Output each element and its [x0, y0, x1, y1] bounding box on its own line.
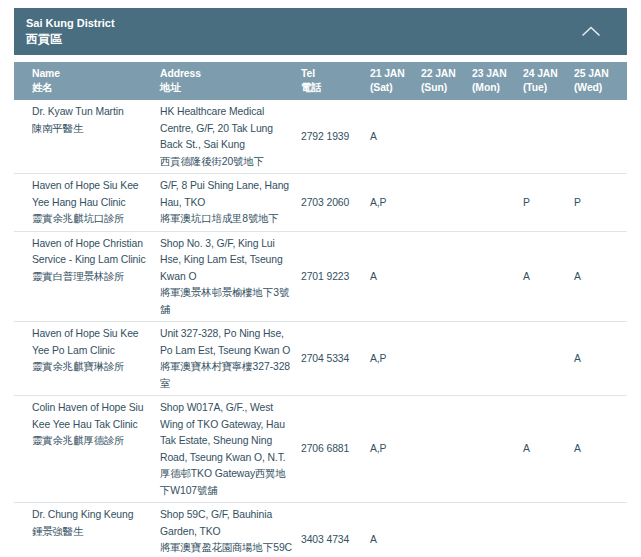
- cell-availability-22jan: [421, 503, 472, 557]
- day-date: 24 JAN: [523, 67, 570, 81]
- column-header-name-zh: 姓名: [32, 81, 156, 95]
- clinic-address-en: HK Healthcare Medical Centre, G/F, 20 Ta…: [160, 104, 293, 154]
- cell-availability-25jan: [574, 100, 627, 174]
- cell-availability-23jan: [472, 174, 523, 232]
- column-header-day-22jan: 22 JAN (Sun): [421, 62, 472, 100]
- cell-tel: 2792 1939: [301, 100, 370, 174]
- cell-availability-23jan: [472, 231, 523, 322]
- cell-address: G/F, 8 Pui Shing Lane, Hang Hau, TKO 將軍澳…: [160, 174, 301, 232]
- column-header-name: Name 姓名: [14, 62, 160, 100]
- clinic-name-zh: 靈實余兆麒寶琳診所: [32, 359, 150, 376]
- clinic-name-zh: 靈實余兆麒厚德診所: [32, 433, 150, 450]
- cell-availability-23jan: [472, 396, 523, 503]
- clinic-address-en: Shop W017A, G/F., West Wing of TKO Gatew…: [160, 400, 293, 466]
- clinic-name-en: Haven of Hope Christian Service - King L…: [32, 236, 150, 269]
- column-header-name-en: Name: [32, 67, 156, 81]
- cell-name: Dr. Kyaw Tun Martin 陳南平醫生: [14, 100, 160, 174]
- column-header-day-21jan: 21 JAN (Sat): [370, 62, 421, 100]
- cell-tel: 2704 5334: [301, 322, 370, 396]
- cell-address: Unit 327-328, Po Ning Hse, Po Lam Est, T…: [160, 322, 301, 396]
- clinic-name-zh: 鍾景強醫生: [32, 524, 150, 541]
- cell-availability-22jan: [421, 174, 472, 232]
- day-weekday: (Mon): [472, 81, 519, 95]
- clinic-name-zh: 靈實白普理景林診所: [32, 269, 150, 286]
- column-header-tel: Tel 電話: [301, 62, 370, 100]
- cell-availability-24jan: P: [523, 174, 574, 232]
- column-header-address: Address 地址: [160, 62, 301, 100]
- day-date: 25 JAN: [574, 67, 623, 81]
- clinic-address-zh: 將軍澳寶盈花園商場地下59C舖: [160, 540, 293, 557]
- table-row: Dr. Chung King Keung 鍾景強醫生 Shop 59C, G/F…: [14, 503, 627, 557]
- cell-availability-21jan: A,P: [370, 322, 421, 396]
- column-header-day-23jan: 23 JAN (Mon): [472, 62, 523, 100]
- cell-availability-21jan: A: [370, 100, 421, 174]
- cell-tel: 2701 9223: [301, 231, 370, 322]
- clinic-address-zh: 厚德邨TKO Gateway西翼地下W107號舖: [160, 466, 293, 499]
- district-title-zh: 西貢區: [26, 31, 115, 48]
- cell-address: HK Healthcare Medical Centre, G/F, 20 Ta…: [160, 100, 301, 174]
- clinic-name-en: Colin Haven of Hope Siu Kee Yee Hau Tak …: [32, 400, 150, 433]
- clinic-name-zh: 陳南平醫生: [32, 121, 150, 138]
- cell-tel: 3403 4734: [301, 503, 370, 557]
- day-weekday: (Sat): [370, 81, 417, 95]
- cell-availability-25jan: A: [574, 396, 627, 503]
- table-row: Haven of Hope Christian Service - King L…: [14, 231, 627, 322]
- cell-tel: 2706 6881: [301, 396, 370, 503]
- district-title-en: Sai Kung District: [26, 16, 115, 31]
- column-header-tel-zh: 電話: [301, 81, 366, 95]
- clinic-address-en: Shop No. 3, G/F, King Lui Hse, King Lam …: [160, 236, 293, 286]
- cell-availability-23jan: [472, 100, 523, 174]
- clinic-name-en: Dr. Chung King Keung: [32, 507, 150, 524]
- cell-availability-21jan: A: [370, 231, 421, 322]
- cell-availability-23jan: [472, 322, 523, 396]
- district-accordion-header[interactable]: Sai Kung District 西貢區: [14, 8, 627, 55]
- cell-address: Shop No. 3, G/F, King Lui Hse, King Lam …: [160, 231, 301, 322]
- cell-name: Haven of Hope Siu Kee Yee Hang Hau Clini…: [14, 174, 160, 232]
- day-date: 22 JAN: [421, 67, 468, 81]
- cell-availability-21jan: A,P: [370, 174, 421, 232]
- cell-availability-21jan: A: [370, 503, 421, 557]
- cell-address: Shop 59C, G/F, Bauhinia Garden, TKO 將軍澳寶…: [160, 503, 301, 557]
- cell-name: Haven of Hope Siu Kee Yee Po Lam Clinic …: [14, 322, 160, 396]
- clinic-address-en: Unit 327-328, Po Ning Hse, Po Lam Est, T…: [160, 326, 293, 359]
- cell-availability-24jan: A: [523, 396, 574, 503]
- day-date: 23 JAN: [472, 67, 519, 81]
- district-title: Sai Kung District 西貢區: [26, 16, 115, 48]
- cell-name: Colin Haven of Hope Siu Kee Yee Hau Tak …: [14, 396, 160, 503]
- column-header-day-24jan: 24 JAN (Tue): [523, 62, 574, 100]
- cell-availability-22jan: [421, 231, 472, 322]
- cell-name: Haven of Hope Christian Service - King L…: [14, 231, 160, 322]
- day-date: 21 JAN: [370, 67, 417, 81]
- cell-address: Shop W017A, G/F., West Wing of TKO Gatew…: [160, 396, 301, 503]
- table-row: Haven of Hope Siu Kee Yee Po Lam Clinic …: [14, 322, 627, 396]
- cell-availability-25jan: P: [574, 174, 627, 232]
- day-weekday: (Sun): [421, 81, 468, 95]
- clinic-address-en: Shop 59C, G/F, Bauhinia Garden, TKO: [160, 507, 293, 540]
- cell-availability-21jan: A,P: [370, 396, 421, 503]
- clinic-address-zh: 西貢德隆後街20號地下: [160, 154, 293, 171]
- clinic-name-zh: 靈實余兆麒坑口診所: [32, 211, 150, 228]
- clinic-table-body: Dr. Kyaw Tun Martin 陳南平醫生 HK Healthcare …: [14, 100, 627, 557]
- table-row: Colin Haven of Hope Siu Kee Yee Hau Tak …: [14, 396, 627, 503]
- clinic-address-zh: 將軍澳景林邨景榆樓地下3號舖: [160, 285, 293, 318]
- cell-availability-25jan: A: [574, 322, 627, 396]
- cell-availability-22jan: [421, 322, 472, 396]
- cell-availability-24jan: [523, 503, 574, 557]
- clinic-name-en: Dr. Kyaw Tun Martin: [32, 104, 150, 121]
- clinic-name-en: Haven of Hope Siu Kee Yee Hang Hau Clini…: [32, 178, 150, 211]
- clinic-name-en: Haven of Hope Siu Kee Yee Po Lam Clinic: [32, 326, 150, 359]
- cell-name: Dr. Chung King Keung 鍾景強醫生: [14, 503, 160, 557]
- table-row: Dr. Kyaw Tun Martin 陳南平醫生 HK Healthcare …: [14, 100, 627, 174]
- cell-availability-25jan: [574, 503, 627, 557]
- column-header-address-zh: 地址: [160, 81, 297, 95]
- chevron-up-icon[interactable]: [581, 26, 601, 37]
- clinic-address-zh: 將軍澳寶林村寶寧樓327-328室: [160, 359, 293, 392]
- column-header-tel-en: Tel: [301, 67, 366, 81]
- clinic-table: Name 姓名 Address 地址 Tel 電話 21 JAN (Sat) 2…: [14, 62, 627, 557]
- cell-availability-25jan: A: [574, 231, 627, 322]
- cell-availability-23jan: [472, 503, 523, 557]
- table-header-row: Name 姓名 Address 地址 Tel 電話 21 JAN (Sat) 2…: [14, 62, 627, 100]
- cell-availability-24jan: [523, 322, 574, 396]
- clinic-address-en: G/F, 8 Pui Shing Lane, Hang Hau, TKO: [160, 178, 293, 211]
- cell-tel: 2703 2060: [301, 174, 370, 232]
